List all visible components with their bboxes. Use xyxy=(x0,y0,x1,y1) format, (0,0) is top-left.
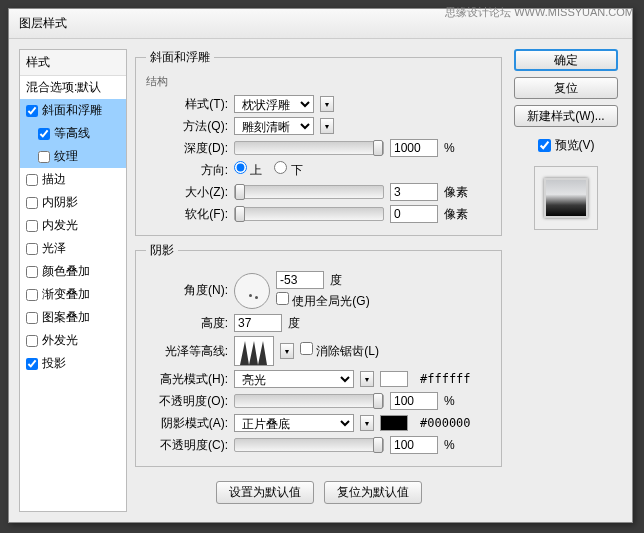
style-item-checkbox[interactable] xyxy=(26,197,38,209)
highlight-mode-label: 高光模式(H): xyxy=(146,371,228,388)
shadow-color-hex: #000000 xyxy=(420,416,471,430)
blend-options-header[interactable]: 混合选项:默认 xyxy=(20,76,126,99)
chevron-down-icon[interactable]: ▼ xyxy=(280,343,294,359)
style-item[interactable]: 纹理 xyxy=(20,145,126,168)
style-item[interactable]: 渐变叠加 xyxy=(20,283,126,306)
direction-label: 方向: xyxy=(146,162,228,179)
global-light-checkbox[interactable]: 使用全局光(G) xyxy=(276,292,370,310)
style-item-label: 渐变叠加 xyxy=(42,286,90,303)
style-item-label: 描边 xyxy=(42,171,66,188)
style-item[interactable]: 光泽 xyxy=(20,237,126,260)
gloss-contour-label: 光泽等高线: xyxy=(146,343,228,360)
new-style-button[interactable]: 新建样式(W)... xyxy=(514,105,618,127)
style-item[interactable]: 颜色叠加 xyxy=(20,260,126,283)
main-settings: 斜面和浮雕 结构 样式(T): 枕状浮雕 ▼ 方法(Q): 雕刻清晰 ▼ 深度(… xyxy=(135,49,502,512)
angle-dial[interactable] xyxy=(234,273,270,309)
style-item-label: 内阴影 xyxy=(42,194,78,211)
altitude-label: 高度: xyxy=(146,315,228,332)
style-item-checkbox[interactable] xyxy=(26,105,38,117)
bevel-legend: 斜面和浮雕 xyxy=(146,49,214,66)
ok-button[interactable]: 确定 xyxy=(514,49,618,71)
antialias-checkbox[interactable]: 消除锯齿(L) xyxy=(300,342,379,360)
chevron-down-icon[interactable]: ▼ xyxy=(360,415,374,431)
style-item[interactable]: 内阴影 xyxy=(20,191,126,214)
technique-select[interactable]: 雕刻清晰 xyxy=(234,117,314,135)
structure-label: 结构 xyxy=(146,74,491,89)
shadow-color-swatch[interactable] xyxy=(380,415,408,431)
depth-label: 深度(D): xyxy=(146,140,228,157)
style-item-label: 颜色叠加 xyxy=(42,263,90,280)
gloss-contour-picker[interactable] xyxy=(234,336,274,366)
size-slider[interactable] xyxy=(234,185,384,199)
bevel-fieldset: 斜面和浮雕 结构 样式(T): 枕状浮雕 ▼ 方法(Q): 雕刻清晰 ▼ 深度(… xyxy=(135,49,502,236)
shadow-opacity-slider[interactable] xyxy=(234,438,384,452)
highlight-opacity-slider[interactable] xyxy=(234,394,384,408)
size-input[interactable] xyxy=(390,183,438,201)
size-label: 大小(Z): xyxy=(146,184,228,201)
style-item[interactable]: 图案叠加 xyxy=(20,306,126,329)
set-default-button[interactable]: 设置为默认值 xyxy=(216,481,314,504)
preview-checkbox[interactable]: 预览(V) xyxy=(538,137,595,154)
depth-slider[interactable] xyxy=(234,141,384,155)
angle-input[interactable] xyxy=(276,271,324,289)
style-item[interactable]: 描边 xyxy=(20,168,126,191)
shading-fieldset: 阴影 角度(N): 度 使用全局光(G) 高度: xyxy=(135,242,502,467)
style-item-checkbox[interactable] xyxy=(38,128,50,140)
style-item-checkbox[interactable] xyxy=(26,289,38,301)
soften-slider[interactable] xyxy=(234,207,384,221)
style-select[interactable]: 枕状浮雕 xyxy=(234,95,314,113)
style-item-checkbox[interactable] xyxy=(26,174,38,186)
depth-unit: % xyxy=(444,141,478,155)
highlight-opacity-input[interactable] xyxy=(390,392,438,410)
style-item-checkbox[interactable] xyxy=(26,312,38,324)
cancel-button[interactable]: 复位 xyxy=(514,77,618,99)
style-item-checkbox[interactable] xyxy=(26,243,38,255)
style-item[interactable]: 等高线 xyxy=(20,122,126,145)
style-item-label: 内发光 xyxy=(42,217,78,234)
shadow-mode-select[interactable]: 正片叠底 xyxy=(234,414,354,432)
shadow-opacity-label: 不透明度(C): xyxy=(146,437,228,454)
angle-label: 角度(N): xyxy=(146,282,228,299)
styles-list-panel: 样式 混合选项:默认 斜面和浮雕等高线纹理描边内阴影内发光光泽颜色叠加渐变叠加图… xyxy=(19,49,127,512)
style-item-checkbox[interactable] xyxy=(26,266,38,278)
highlight-opacity-label: 不透明度(O): xyxy=(146,393,228,410)
chevron-down-icon[interactable]: ▼ xyxy=(360,371,374,387)
style-item-checkbox[interactable] xyxy=(26,220,38,232)
style-item-checkbox[interactable] xyxy=(26,335,38,347)
style-item-label: 图案叠加 xyxy=(42,309,90,326)
direction-down-radio[interactable]: 下 xyxy=(274,161,302,179)
shadow-mode-label: 阴影模式(A): xyxy=(146,415,228,432)
technique-label: 方法(Q): xyxy=(146,118,228,135)
angle-unit: 度 xyxy=(330,272,342,289)
opacity-unit: % xyxy=(444,438,478,452)
style-item-label: 光泽 xyxy=(42,240,66,257)
style-item[interactable]: 投影 xyxy=(20,352,126,375)
highlight-color-swatch[interactable] xyxy=(380,371,408,387)
style-item-checkbox[interactable] xyxy=(26,358,38,370)
shading-legend: 阴影 xyxy=(146,242,178,259)
right-panel: 确定 复位 新建样式(W)... 预览(V) xyxy=(510,49,622,512)
size-unit: 像素 xyxy=(444,184,478,201)
soften-input[interactable] xyxy=(390,205,438,223)
style-item-label: 等高线 xyxy=(54,125,90,142)
soften-unit: 像素 xyxy=(444,206,478,223)
direction-up-radio[interactable]: 上 xyxy=(234,161,262,179)
reset-default-button[interactable]: 复位为默认值 xyxy=(324,481,422,504)
chevron-down-icon[interactable]: ▼ xyxy=(320,96,334,112)
style-item-label: 斜面和浮雕 xyxy=(42,102,102,119)
depth-input[interactable] xyxy=(390,139,438,157)
highlight-mode-select[interactable]: 亮光 xyxy=(234,370,354,388)
opacity-unit: % xyxy=(444,394,478,408)
shadow-opacity-input[interactable] xyxy=(390,436,438,454)
preview-box xyxy=(534,166,598,230)
style-label: 样式(T): xyxy=(146,96,228,113)
style-item-label: 投影 xyxy=(42,355,66,372)
altitude-input[interactable] xyxy=(234,314,282,332)
style-item[interactable]: 内发光 xyxy=(20,214,126,237)
chevron-down-icon[interactable]: ▼ xyxy=(320,118,334,134)
style-item-label: 纹理 xyxy=(54,148,78,165)
style-item[interactable]: 斜面和浮雕 xyxy=(20,99,126,122)
style-item-checkbox[interactable] xyxy=(38,151,50,163)
style-item[interactable]: 外发光 xyxy=(20,329,126,352)
styles-header: 样式 xyxy=(20,50,126,76)
